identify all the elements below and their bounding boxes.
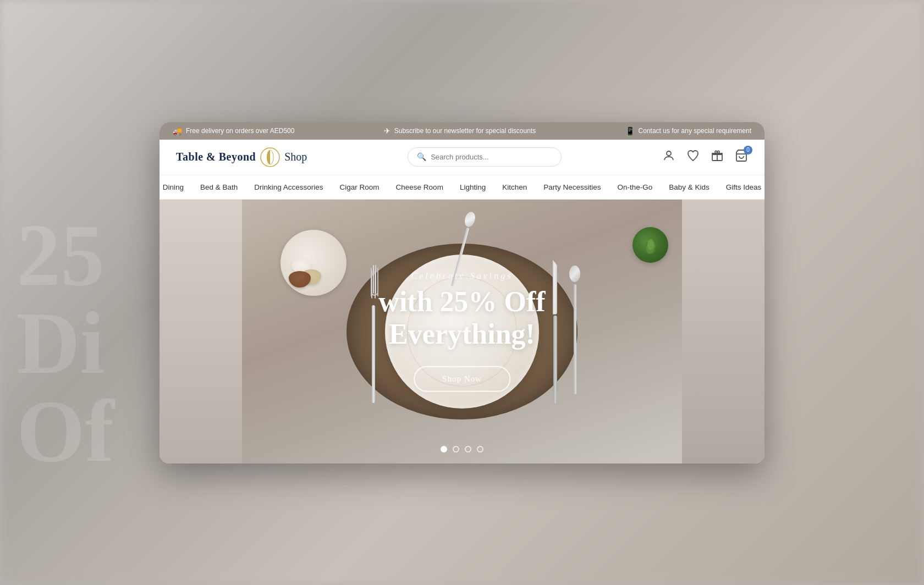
cart-badge: 0 — [744, 146, 752, 154]
spoon-right-bowl — [569, 266, 580, 282]
slider-dot-4[interactable] — [477, 446, 483, 452]
announcement-newsletter: ✈ Subscribe to our newsletter for specia… — [384, 126, 536, 135]
phone-icon: 📱 — [625, 126, 635, 135]
fork-left — [369, 260, 378, 403]
browser-window: 🚚 Free delivery on orders over AED500 ✈ … — [160, 122, 765, 463]
slider-dots — [441, 446, 483, 452]
fork-handle — [372, 305, 375, 403]
nav-item-cigar[interactable]: Cigar Room — [340, 183, 380, 191]
nav-item-kitchen[interactable]: Kitchen — [502, 183, 527, 191]
logo[interactable]: Table & Beyond Shop — [176, 147, 307, 167]
hero-title-line1: with 25% Off — [378, 285, 545, 317]
spoon-right-stem — [574, 284, 576, 394]
greenery-decoration — [632, 227, 671, 266]
hero-content: Celebrate Savings with 25% Off Everythin… — [378, 271, 545, 392]
plant-svg — [640, 234, 662, 256]
background-text: 25DiOf — [16, 211, 114, 475]
nav-item-gifts[interactable]: Gifts Ideas — [726, 183, 762, 191]
knife-right — [552, 260, 558, 403]
slider-dot-2[interactable] — [453, 446, 459, 452]
svg-point-1 — [667, 151, 671, 156]
wishlist-button[interactable] — [686, 149, 700, 165]
nav-item-baby[interactable]: Baby & Kids — [669, 183, 710, 191]
knife-blade — [553, 260, 557, 314]
logo-shop: Shop — [284, 151, 307, 163]
knife-handle — [553, 316, 557, 403]
nav-item-party[interactable]: Party Necessities — [543, 183, 601, 191]
announcement-delivery: 🚚 Free delivery on orders over AED500 — [173, 126, 294, 135]
search-input[interactable] — [431, 153, 552, 161]
announcement-newsletter-text: Subscribe to our newsletter for special … — [394, 127, 536, 135]
macaron-plate — [280, 230, 352, 301]
surface-right — [682, 200, 765, 463]
gift-button[interactable] — [711, 149, 724, 165]
announcement-bar: 🚚 Free delivery on orders over AED500 ✈ … — [160, 122, 765, 140]
nav-item-cheese[interactable]: Cheese Room — [396, 183, 443, 191]
navigation: Dining Bed & Bath Drinking Accessories C… — [160, 175, 765, 200]
macaron-brown — [289, 271, 311, 288]
email-icon: ✈ — [384, 126, 391, 135]
nav-item-drinking[interactable]: Drinking Accessories — [254, 183, 323, 191]
svg-point-7 — [647, 239, 654, 250]
fork-tines — [370, 260, 377, 304]
hero-subtitle: Celebrate Savings — [378, 271, 545, 280]
account-button[interactable] — [662, 149, 675, 165]
plant-icon — [632, 227, 668, 263]
nav-item-lighting[interactable]: Lighting — [460, 183, 486, 191]
truck-icon: 🚚 — [173, 126, 182, 135]
logo-icon — [260, 147, 280, 167]
slider-dot-1[interactable] — [441, 446, 447, 452]
announcement-delivery-text: Free delivery on orders over AED500 — [186, 127, 294, 135]
announcement-contact-text: Contact us for any special requirement — [639, 127, 751, 135]
search-bar[interactable]: 🔍 — [408, 147, 562, 167]
cart-button[interactable]: 0 — [735, 149, 748, 165]
spoon-top-bowl — [463, 211, 477, 228]
surface-left — [160, 200, 242, 463]
fork-tines-svg — [370, 260, 380, 304]
spoon-right — [572, 266, 578, 398]
nav-item-bed-bath[interactable]: Bed & Bath — [200, 183, 238, 191]
hero-title-line2: Everything! — [389, 318, 535, 350]
hero-section: Celebrate Savings with 25% Off Everythin… — [160, 200, 765, 463]
slider-dot-3[interactable] — [465, 446, 471, 452]
announcement-contact: 📱 Contact us for any special requirement — [625, 126, 751, 135]
plate-base — [280, 230, 346, 296]
logo-brand: Table & Beyond — [176, 151, 256, 163]
hero-title: with 25% Off Everything! — [378, 285, 545, 351]
header-icons: 0 — [662, 149, 748, 165]
nav-item-otg[interactable]: On-the-Go — [618, 183, 653, 191]
header: Table & Beyond Shop 🔍 — [160, 140, 765, 175]
nav-item-dining[interactable]: Dining — [163, 183, 184, 191]
shop-now-button[interactable]: Shop Now — [414, 366, 510, 392]
search-icon: 🔍 — [417, 152, 426, 162]
